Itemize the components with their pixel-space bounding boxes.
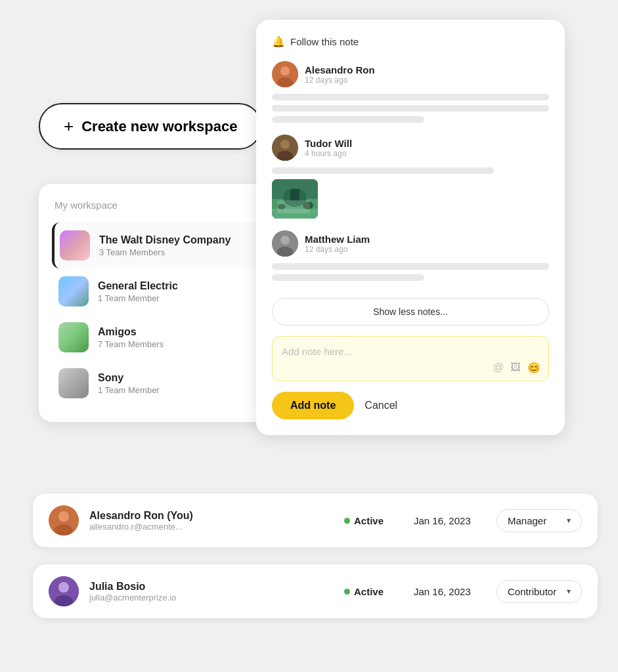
julia-status-text: Active xyxy=(354,586,384,597)
add-note-button[interactable]: Add note xyxy=(272,392,354,419)
note-author-row-1: Alesandro Ron 12 days ago xyxy=(272,61,549,87)
ge-avatar xyxy=(58,276,89,306)
disney-members: 3 Team Members xyxy=(99,247,231,257)
matthew-note-info: Matthew Liam 12 days ago xyxy=(305,234,370,254)
user-row-alesandro: Alesandro Ron (You) allesandro.r@acmente… xyxy=(33,494,598,547)
follow-label: Follow this note xyxy=(290,36,359,47)
note-actions: Add note Cancel xyxy=(272,392,549,419)
alesandro-user-info: Alesandro Ron (You) allesandro.r@acmente… xyxy=(89,510,334,532)
alesandro-note-avatar xyxy=(272,61,298,87)
active-dot xyxy=(344,518,350,524)
emoji-icon[interactable]: 😊 xyxy=(527,362,541,374)
chevron-down-icon: ▾ xyxy=(567,587,571,596)
note-line xyxy=(272,94,549,100)
chevron-down-icon: ▾ xyxy=(567,516,571,525)
julia-user-name: Julia Bosio xyxy=(89,581,334,593)
note-line xyxy=(272,105,549,112)
julia-user-email: julia@acmenterprize.io xyxy=(89,593,334,602)
ge-info: General Electric 1 Team Member xyxy=(98,280,178,303)
create-workspace-button[interactable]: + Create new workspace xyxy=(39,103,262,150)
show-less-button[interactable]: Show less notes... xyxy=(272,298,549,326)
note-line xyxy=(272,167,494,174)
bell-icon: 🔔 xyxy=(272,35,285,48)
svg-point-20 xyxy=(58,582,69,593)
ge-name: General Electric xyxy=(98,280,178,292)
follow-note-row[interactable]: 🔔 Follow this note xyxy=(272,35,549,48)
note-entry-1: Alesandro Ron 12 days ago xyxy=(272,61,549,123)
workspace-card-title: My workspace xyxy=(52,200,262,211)
matthew-note-time: 12 days ago xyxy=(305,245,370,254)
svg-point-11 xyxy=(303,201,313,209)
svg-point-14 xyxy=(280,236,290,245)
workspace-item-amigos[interactable]: Amigos 7 Team Members xyxy=(52,314,262,360)
create-workspace-label: Create new workspace xyxy=(81,118,237,135)
julia-join-date: Jan 16, 2023 xyxy=(414,586,486,597)
matthew-note-avatar xyxy=(272,230,298,257)
add-note-area[interactable]: Add note here... @ 🖼 😊 xyxy=(272,336,549,381)
amigos-members: 7 Team Members xyxy=(98,339,164,349)
julia-role-select[interactable]: Contributor ▾ xyxy=(497,580,582,603)
svg-point-17 xyxy=(58,511,69,522)
disney-avatar xyxy=(60,230,90,261)
sony-info: Sony 1 Team Member xyxy=(98,372,160,395)
julia-status-badge: Active xyxy=(344,586,403,597)
note-line xyxy=(272,263,549,270)
note-entry-2: Tudor Will 4 hours ago xyxy=(272,135,549,219)
workspace-item-sony[interactable]: Sony 1 Team Member xyxy=(52,360,262,406)
add-note-icons: @ 🖼 😊 xyxy=(493,362,541,374)
alesandro-status-text: Active xyxy=(354,515,384,526)
sony-avatar xyxy=(58,368,89,398)
alesandro-join-date: Jan 16, 2023 xyxy=(414,515,486,526)
amigos-name: Amigos xyxy=(98,326,164,338)
plus-icon: + xyxy=(64,116,74,136)
tudor-note-name: Tudor Will xyxy=(305,138,352,149)
svg-point-10 xyxy=(278,204,286,209)
sony-name: Sony xyxy=(98,372,160,384)
note-line xyxy=(272,274,424,281)
tudor-note-avatar xyxy=(272,135,298,161)
notes-panel: 🔔 Follow this note Alesandro Ron 12 days… xyxy=(256,20,565,435)
disney-name: The Walt Disney Company xyxy=(99,234,231,246)
amigos-info: Amigos 7 Team Members xyxy=(98,326,164,349)
workspace-item-ge[interactable]: General Electric 1 Team Member xyxy=(52,268,262,314)
julia-role-label: Contributor xyxy=(508,586,556,597)
sony-members: 1 Team Member xyxy=(98,385,160,395)
alesandro-note-name: Alesandro Ron xyxy=(305,64,375,75)
disney-info: The Walt Disney Company 3 Team Members xyxy=(99,234,231,257)
active-dot xyxy=(344,589,350,595)
svg-point-4 xyxy=(280,140,290,149)
alesandro-note-info: Alesandro Ron 12 days ago xyxy=(305,64,375,85)
svg-rect-12 xyxy=(290,189,299,201)
alesandro-user-email: allesandro.r@acmente... xyxy=(89,522,334,532)
tudor-note-info: Tudor Will 4 hours ago xyxy=(305,138,352,158)
at-icon[interactable]: @ xyxy=(493,362,504,374)
workspace-item-disney[interactable]: The Walt Disney Company 3 Team Members xyxy=(52,222,262,268)
alesandro-user-avatar xyxy=(49,505,79,536)
note-image-landscape xyxy=(272,179,318,219)
alesandro-role-label: Manager xyxy=(508,515,546,526)
tudor-note-time: 4 hours ago xyxy=(305,149,352,158)
note-line xyxy=(272,116,424,123)
matthew-note-name: Matthew Liam xyxy=(305,234,370,245)
note-entry-3: Matthew Liam 12 days ago xyxy=(272,230,549,281)
alesandro-note-time: 12 days ago xyxy=(305,75,375,85)
user-row-julia: Julia Bosio julia@acmenterprize.io Activ… xyxy=(33,564,598,618)
svg-point-1 xyxy=(280,66,290,75)
ge-members: 1 Team Member xyxy=(98,293,178,303)
note-author-row-3: Matthew Liam 12 days ago xyxy=(272,230,549,257)
svg-rect-9 xyxy=(272,209,318,219)
add-note-placeholder: Add note here... xyxy=(282,346,539,357)
alesandro-user-name: Alesandro Ron (You) xyxy=(89,510,334,522)
amigos-avatar xyxy=(58,322,89,352)
julia-user-avatar xyxy=(49,576,79,606)
workspace-card: My workspace The Walt Disney Company 3 T… xyxy=(39,184,275,422)
alesandro-status-badge: Active xyxy=(344,515,403,526)
alesandro-role-select[interactable]: Manager ▾ xyxy=(497,509,582,532)
image-icon[interactable]: 🖼 xyxy=(510,362,521,374)
cancel-button[interactable]: Cancel xyxy=(364,400,397,411)
note-author-row-2: Tudor Will 4 hours ago xyxy=(272,135,549,161)
julia-user-info: Julia Bosio julia@acmenterprize.io xyxy=(89,581,334,602)
